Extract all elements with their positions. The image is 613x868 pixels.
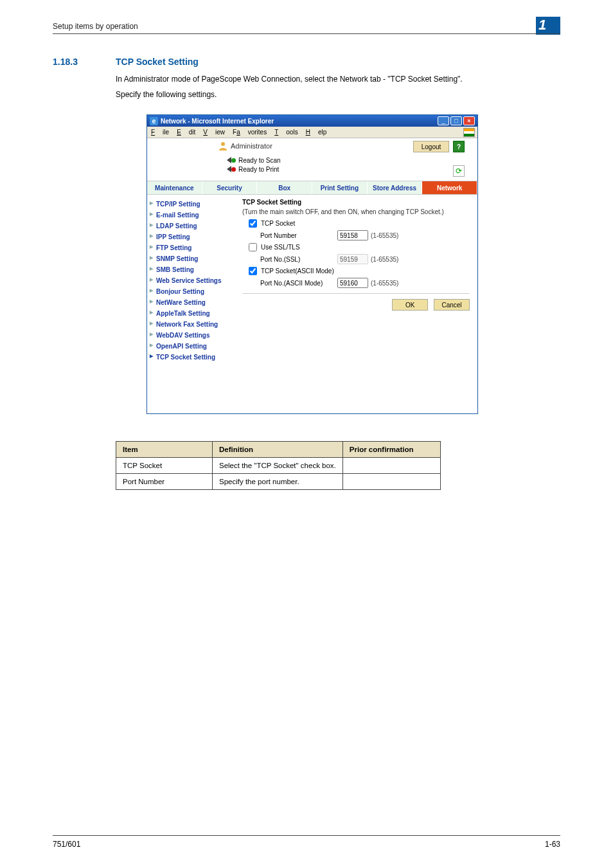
port-ascii-label: Port No.(ASCII Mode) xyxy=(260,280,337,287)
chapter-badge: 1 xyxy=(536,17,560,35)
tab-security[interactable]: Security xyxy=(202,181,258,194)
port-ssl-label: Port No.(SSL) xyxy=(260,256,337,263)
side-nav: TCP/IP Setting E-mail Setting LDAP Setti… xyxy=(150,199,237,363)
menu-edit[interactable]: Edit xyxy=(177,129,195,136)
status-area: Ready to Scan Ready to Print xyxy=(227,156,281,174)
paragraph-2: Specify the following settings. xyxy=(116,89,560,100)
chapter-number: 1 xyxy=(538,17,546,33)
nav-webdav[interactable]: WebDAV Settings xyxy=(150,330,237,341)
tab-box[interactable]: Box xyxy=(257,181,312,194)
port-ssl-input[interactable] xyxy=(337,254,368,264)
nav-tcpip[interactable]: TCP/IP Setting xyxy=(150,199,237,210)
nav-netware[interactable]: NetWare Setting xyxy=(150,297,237,308)
nav-snmp[interactable]: SNMP Setting xyxy=(150,253,237,264)
ie-throbber-icon xyxy=(463,128,475,137)
nav-email[interactable]: E-mail Setting xyxy=(150,210,237,221)
nav-appletalk[interactable]: AppleTalk Setting xyxy=(150,308,237,319)
menu-tools[interactable]: Tools xyxy=(274,129,298,136)
panel-note: (Turn the main switch OFF, and then ON, … xyxy=(242,208,470,215)
refresh-button[interactable]: ⟳ xyxy=(453,165,465,177)
tcp-socket-checkbox[interactable] xyxy=(249,219,257,228)
tab-print-setting[interactable]: Print Setting xyxy=(312,181,368,194)
ok-button[interactable]: OK xyxy=(392,299,428,311)
admin-icon xyxy=(218,141,228,151)
nav-ipp[interactable]: IPP Setting xyxy=(150,231,237,242)
nav-openapi[interactable]: OpenAPI Setting xyxy=(150,341,237,352)
panel-title: TCP Socket Setting xyxy=(242,199,470,206)
tcp-socket-label: TCP Socket xyxy=(261,220,295,227)
table-row: Port Number Specify the port number. xyxy=(116,474,441,490)
th-definition: Definition xyxy=(213,442,343,458)
admin-mode-label: Administrator xyxy=(231,142,272,150)
screenshot-window: e Network - Microsoft Internet Explorer … xyxy=(147,114,478,414)
logout-button[interactable]: Logout xyxy=(413,141,449,152)
port-ascii-input[interactable] xyxy=(337,278,368,288)
port-ssl-range: (1-65535) xyxy=(371,256,398,263)
tab-store-address[interactable]: Store Address xyxy=(368,181,423,194)
td-item-1: TCP Socket xyxy=(116,458,213,474)
close-button[interactable]: × xyxy=(463,116,475,125)
tab-bar: Maintenance Security Box Print Setting S… xyxy=(147,181,477,195)
nav-ftp[interactable]: FTP Setting xyxy=(150,242,237,253)
port-number-input[interactable] xyxy=(337,230,368,240)
maximize-button[interactable]: □ xyxy=(450,116,462,125)
td-item-2: Port Number xyxy=(116,474,213,490)
port-number-label: Port Number xyxy=(260,232,337,239)
menu-favorites[interactable]: Favorites xyxy=(233,129,267,136)
nav-netfax[interactable]: Network Fax Setting xyxy=(150,319,237,330)
window-title: Network - Microsoft Internet Explorer xyxy=(161,118,436,125)
print-status-text: Ready to Print xyxy=(238,166,279,173)
footer-rule xyxy=(53,835,560,836)
td-prior-1 xyxy=(342,458,440,474)
tcp-ascii-checkbox[interactable] xyxy=(249,267,257,275)
table-row: TCP Socket Select the "TCP Socket" check… xyxy=(116,458,441,474)
scan-status-icon xyxy=(227,156,236,164)
nav-websvc[interactable]: Web Service Settings xyxy=(150,275,237,286)
svg-point-0 xyxy=(221,142,225,146)
menu-view[interactable]: View xyxy=(203,129,225,136)
window-titlebar: e Network - Microsoft Internet Explorer … xyxy=(147,115,477,127)
td-prior-2 xyxy=(342,474,440,490)
minimize-button[interactable]: _ xyxy=(438,116,449,125)
print-status-icon xyxy=(227,165,236,173)
nav-smb[interactable]: SMB Setting xyxy=(150,264,237,275)
paragraph-1: In Administrator mode of PageScope Web C… xyxy=(116,73,560,85)
use-ssl-checkbox[interactable] xyxy=(249,243,257,251)
section-title: TCP Socket Setting xyxy=(116,57,199,67)
th-prior: Prior confirmation xyxy=(342,442,440,458)
section-number: 1.18.3 xyxy=(53,57,78,67)
menu-file[interactable]: File xyxy=(151,129,169,136)
tab-network[interactable]: Network xyxy=(422,181,477,194)
use-ssl-label: Use SSL/TLS xyxy=(261,244,300,251)
td-def-2: Specify the port number. xyxy=(213,474,343,490)
footer-model: 751/601 xyxy=(53,840,80,849)
cancel-button[interactable]: Cancel xyxy=(434,299,470,311)
menu-bar: File Edit View Favorites Tools Help xyxy=(147,127,477,138)
tab-maintenance[interactable]: Maintenance xyxy=(147,181,202,194)
settings-table: Item Definition Prior confirmation TCP S… xyxy=(116,441,441,490)
td-def-1: Select the "TCP Socket" check box. xyxy=(213,458,343,474)
panel-divider xyxy=(242,293,470,294)
port-ascii-range: (1-65535) xyxy=(371,280,398,287)
help-button[interactable]: ? xyxy=(453,141,465,152)
window-content: Administrator Logout ? Ready to Scan Rea… xyxy=(147,138,477,413)
tcp-ascii-label: TCP Socket(ASCII Mode) xyxy=(261,267,334,275)
ie-icon: e xyxy=(150,117,158,125)
scan-status-text: Ready to Scan xyxy=(238,157,281,164)
menu-help[interactable]: Help xyxy=(306,129,327,136)
nav-ldap[interactable]: LDAP Setting xyxy=(150,221,237,231)
th-item: Item xyxy=(116,442,213,458)
footer-page: 1-63 xyxy=(545,840,560,849)
running-header: Setup items by operation xyxy=(53,22,138,31)
nav-bonjour[interactable]: Bonjour Setting xyxy=(150,286,237,297)
port-number-range: (1-65535) xyxy=(371,232,398,239)
header-rule xyxy=(53,33,560,34)
settings-panel: TCP Socket Setting (Turn the main switch… xyxy=(242,199,470,311)
nav-tcpsocket[interactable]: TCP Socket Setting xyxy=(150,352,237,363)
